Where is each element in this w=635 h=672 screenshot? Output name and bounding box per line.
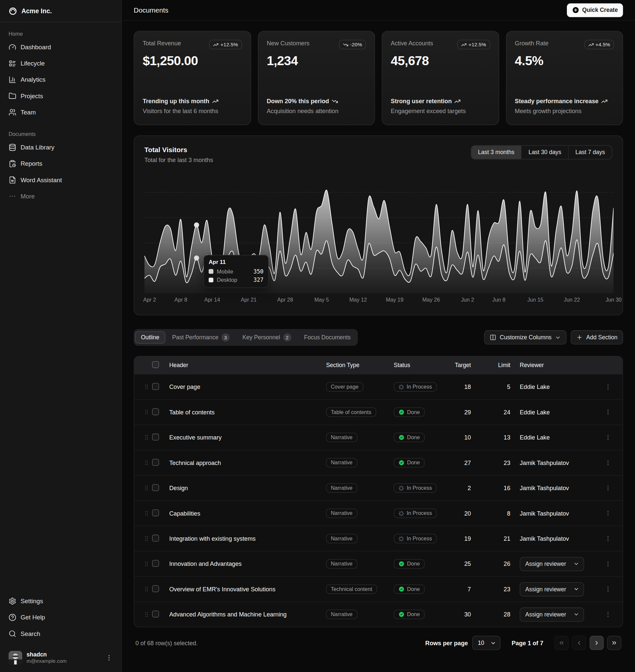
row-checkbox[interactable] xyxy=(152,433,159,440)
limit-cell[interactable]: 16 xyxy=(475,484,514,492)
range-button-last-7-days[interactable]: Last 7 days xyxy=(568,146,612,159)
drag-handle-icon[interactable] xyxy=(141,409,152,416)
row-checkbox[interactable] xyxy=(152,459,159,465)
row-header-cell[interactable]: Design xyxy=(169,484,326,492)
target-cell[interactable]: 10 xyxy=(450,434,475,441)
limit-cell[interactable]: 8 xyxy=(475,510,514,517)
target-cell[interactable]: 18 xyxy=(450,384,475,391)
last-page-button[interactable] xyxy=(607,636,621,650)
row-header-cell[interactable]: Overview of EMR's Innovative Solutions xyxy=(169,586,326,593)
drag-handle-icon[interactable] xyxy=(141,384,152,391)
user-menu[interactable]: shadcn m@example.com xyxy=(5,648,116,667)
add-section-button[interactable]: Add Section xyxy=(571,330,623,345)
sidebar-item-dashboard[interactable]: Dashboard xyxy=(5,39,116,55)
more-vertical-icon[interactable] xyxy=(605,434,612,441)
row-checkbox[interactable] xyxy=(152,585,159,592)
limit-cell[interactable]: 28 xyxy=(475,611,514,618)
chevrons-left-icon[interactable] xyxy=(558,640,565,646)
row-header-cell[interactable]: Cover page xyxy=(169,384,326,391)
drag-handle-icon[interactable] xyxy=(141,484,152,492)
row-actions-button[interactable] xyxy=(599,510,617,517)
target-cell[interactable]: 27 xyxy=(450,459,475,466)
more-vertical-icon[interactable] xyxy=(605,535,612,542)
target-cell[interactable]: 7 xyxy=(450,586,475,593)
range-button-last-3-months[interactable]: Last 3 months xyxy=(471,146,521,159)
customize-columns-button[interactable]: Customize Columns xyxy=(484,330,566,345)
drag-handle-icon[interactable] xyxy=(141,611,152,618)
target-cell[interactable]: 30 xyxy=(450,611,475,618)
sidebar-item-lifecycle[interactable]: Lifecycle xyxy=(5,56,116,71)
row-actions-button[interactable] xyxy=(599,535,617,542)
sidebar-item-settings[interactable]: Settings xyxy=(5,593,116,609)
row-checkbox[interactable] xyxy=(152,509,159,516)
row-checkbox[interactable] xyxy=(152,383,159,390)
drag-handle-icon[interactable] xyxy=(141,586,152,593)
rows-per-page-select[interactable]: 10 xyxy=(472,636,501,650)
row-actions-button[interactable] xyxy=(599,586,617,593)
drag-handle-icon[interactable] xyxy=(141,459,152,466)
first-page-button[interactable] xyxy=(554,636,569,650)
sidebar-item-team[interactable]: Team xyxy=(5,105,116,120)
row-actions-button[interactable] xyxy=(599,459,617,466)
row-header-cell[interactable]: Technical approach xyxy=(169,459,326,466)
table-row[interactable]: Table of contents Table of contents Done… xyxy=(134,399,623,424)
sidebar-header[interactable]: Acme Inc. xyxy=(0,0,122,22)
next-page-button[interactable] xyxy=(590,636,604,650)
row-checkbox[interactable] xyxy=(152,535,159,541)
more-vertical-icon[interactable] xyxy=(605,384,612,391)
range-button-last-30-days[interactable]: Last 30 days xyxy=(521,146,568,159)
select-all-checkbox[interactable] xyxy=(152,361,159,368)
table-row[interactable]: Overview of EMR's Innovative Solutions T… xyxy=(134,577,623,602)
more-vertical-icon[interactable] xyxy=(605,409,612,416)
target-cell[interactable]: 29 xyxy=(450,409,475,416)
tab-outline[interactable]: Outline xyxy=(135,331,166,344)
row-actions-button[interactable] xyxy=(599,484,617,492)
table-row[interactable]: Advanced Algorithms and Machine Learning… xyxy=(134,602,623,627)
sidebar-item-reports[interactable]: Reports xyxy=(5,156,116,172)
limit-cell[interactable]: 23 xyxy=(475,586,514,593)
more-vertical-icon[interactable] xyxy=(605,459,612,466)
chevron-right-icon[interactable] xyxy=(593,640,599,646)
row-header-cell[interactable]: Capabilities xyxy=(169,510,326,517)
tab-past-performance[interactable]: Past Performance 3 xyxy=(166,330,236,345)
chevrons-right-icon[interactable] xyxy=(611,640,617,646)
row-checkbox[interactable] xyxy=(152,484,159,491)
more-vertical-icon[interactable] xyxy=(605,561,612,567)
sidebar-item-analytics[interactable]: Analytics xyxy=(5,72,116,88)
table-row[interactable]: Integration with existing systems Narrat… xyxy=(134,526,623,551)
limit-cell[interactable]: 13 xyxy=(475,434,514,441)
limit-cell[interactable]: 21 xyxy=(475,535,514,542)
row-header-cell[interactable]: Integration with existing systems xyxy=(169,535,326,542)
limit-cell[interactable]: 5 xyxy=(475,384,514,391)
sidebar-item-projects[interactable]: Projects xyxy=(5,88,116,104)
table-row[interactable]: Executive summary Narrative Done 10 13 E… xyxy=(134,425,623,450)
row-header-cell[interactable]: Table of contents xyxy=(169,409,326,416)
more-vertical-icon[interactable] xyxy=(605,484,612,492)
table-row[interactable]: Capabilities Narrative In Process 20 8 J… xyxy=(134,500,623,525)
more-vertical-icon[interactable] xyxy=(605,586,612,593)
target-cell[interactable]: 19 xyxy=(450,535,475,542)
quick-create-button[interactable]: Quick Create xyxy=(567,3,623,17)
sidebar-item-more[interactable]: More xyxy=(5,189,116,204)
drag-handle-icon[interactable] xyxy=(141,561,152,567)
target-cell[interactable]: 2 xyxy=(450,484,475,492)
more-vertical-icon[interactable] xyxy=(106,654,113,662)
assign-reviewer-select[interactable]: Assign reviewer xyxy=(520,582,584,596)
assign-reviewer-select[interactable]: Assign reviewer xyxy=(520,557,584,571)
row-checkbox[interactable] xyxy=(152,560,159,567)
limit-cell[interactable]: 26 xyxy=(475,561,514,567)
assign-reviewer-select[interactable]: Assign reviewer xyxy=(520,607,584,622)
drag-handle-icon[interactable] xyxy=(141,434,152,441)
limit-cell[interactable]: 24 xyxy=(475,409,514,416)
row-actions-button[interactable] xyxy=(599,611,617,618)
tab-focus-documents[interactable]: Focus Documents xyxy=(298,331,356,344)
more-vertical-icon[interactable] xyxy=(605,510,612,517)
row-header-cell[interactable]: Executive summary xyxy=(169,434,326,441)
table-row[interactable]: Cover page Cover page In Process 18 5 Ed… xyxy=(134,374,623,399)
row-actions-button[interactable] xyxy=(599,561,617,567)
more-vertical-icon[interactable] xyxy=(106,654,113,662)
row-header-cell[interactable]: Innovation and Advantages xyxy=(169,561,326,567)
table-row[interactable]: Technical approach Narrative Done 27 23 … xyxy=(134,450,623,475)
row-header-cell[interactable]: Advanced Algorithms and Machine Learning xyxy=(169,611,326,618)
row-actions-button[interactable] xyxy=(599,384,617,391)
